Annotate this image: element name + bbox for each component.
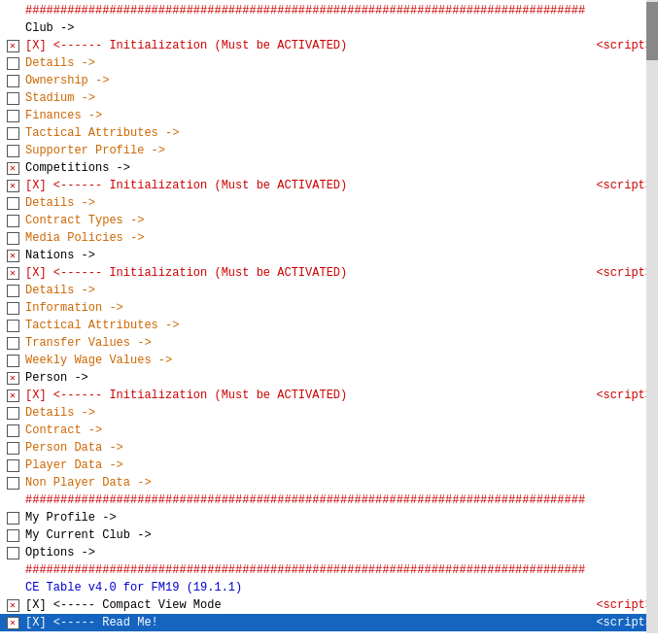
- list-item-nations-tactical: Tactical Attributes ->: [0, 317, 658, 334]
- checkbox-read-me[interactable]: [7, 617, 19, 629]
- row-text-nations-info: Information ->: [23, 301, 656, 315]
- checkbox-person-details[interactable]: [7, 407, 19, 420]
- row-text-read-me: [X] <----- Read Me!: [23, 616, 596, 629]
- content-area: ########################################…: [0, 0, 658, 633]
- checkbox-person-init[interactable]: [7, 390, 19, 402]
- checkbox-club-init[interactable]: [7, 40, 19, 52]
- checkbox-nations-details[interactable]: [7, 285, 19, 297]
- row-text-my-profile: My Profile ->: [23, 511, 656, 525]
- row-text-nations-init: [X] <------ Initialization (Must be ACTI…: [23, 266, 596, 280]
- checkbox-my-current-club[interactable]: [7, 529, 19, 542]
- list-item-my-profile: My Profile ->: [0, 509, 658, 526]
- list-item-comp-init: [X] <------ Initialization (Must be ACTI…: [0, 177, 658, 194]
- checkbox-club-details[interactable]: [7, 57, 19, 70]
- checkbox-cell-compact-view: [2, 599, 23, 612]
- list-item-nations-info: Information ->: [0, 299, 658, 317]
- checkbox-cell-person-header: [2, 372, 23, 385]
- row-text-comp-init: [X] <------ Initialization (Must be ACTI…: [23, 179, 596, 192]
- checkbox-cell-comp-init: [2, 180, 23, 192]
- row-text-club-finances: Finances ->: [23, 109, 656, 122]
- list-item-person-contract: Contract ->: [0, 422, 658, 439]
- checkbox-cell-nations-header: [2, 250, 23, 262]
- checkbox-cell-club-init: [2, 40, 23, 52]
- row-text-comp-media-policies: Media Policies ->: [23, 231, 656, 245]
- checkbox-nations-weekly[interactable]: [7, 355, 19, 367]
- checkbox-club-finances[interactable]: [7, 110, 19, 122]
- scrollbar-thumb[interactable]: [646, 2, 658, 60]
- list-item-competitions-header: Competitions ->: [0, 159, 658, 177]
- checkbox-comp-init[interactable]: [7, 180, 19, 192]
- checkbox-cell-read-me: [2, 617, 23, 629]
- row-text-person-details: Details ->: [23, 406, 656, 420]
- row-text-club-stadium: Stadium ->: [23, 91, 656, 105]
- checkbox-club-tactical[interactable]: [7, 127, 19, 140]
- row-text-person-data: Person Data ->: [23, 441, 656, 455]
- checkbox-player-data[interactable]: [7, 459, 19, 472]
- list-item-compact-view: [X] <----- Compact View Mode<script>: [0, 596, 658, 614]
- checkbox-nations-tactical[interactable]: [7, 320, 19, 332]
- checkbox-cell-nations-tactical: [2, 320, 23, 332]
- checkbox-cell-nonplayer-data: [2, 477, 23, 490]
- checkbox-cell-person-data: [2, 442, 23, 455]
- checkbox-comp-details[interactable]: [7, 197, 19, 210]
- list-item-club-stadium: Stadium ->: [0, 89, 658, 107]
- row-text-nations-details: Details ->: [23, 284, 656, 297]
- checkbox-cell-nations-init: [2, 267, 23, 280]
- checkbox-nations-transfer[interactable]: [7, 337, 19, 350]
- scrollbar[interactable]: [646, 0, 658, 633]
- checkbox-person-header[interactable]: [7, 372, 19, 385]
- row-text-club-tactical: Tactical Attributes ->: [23, 126, 656, 140]
- checkbox-cell-competitions-header: [2, 162, 23, 175]
- checkbox-person-data[interactable]: [7, 442, 19, 455]
- checkbox-cell-comp-media-policies: [2, 232, 23, 245]
- checkbox-nations-header[interactable]: [7, 250, 19, 262]
- row-text-nations-transfer: Transfer Values ->: [23, 336, 656, 350]
- list-item-nations-init: [X] <------ Initialization (Must be ACTI…: [0, 264, 658, 282]
- list-item-read-me: [X] <----- Read Me!<script>: [0, 614, 658, 631]
- checkbox-my-profile[interactable]: [7, 512, 19, 525]
- checkbox-comp-media-policies[interactable]: [7, 232, 19, 245]
- list-item-club-supporter: Supporter Profile ->: [0, 142, 658, 159]
- row-text-compact-view: [X] <----- Compact View Mode: [23, 598, 596, 612]
- checkbox-nonplayer-data[interactable]: [7, 477, 19, 490]
- list-item-club-finances: Finances ->: [0, 107, 658, 124]
- checkbox-nations-init[interactable]: [7, 267, 19, 280]
- checkbox-compact-view[interactable]: [7, 599, 19, 612]
- row-text-club-ownership: Ownership ->: [23, 74, 656, 87]
- list-item-club-ownership: Ownership ->: [0, 72, 658, 89]
- checkbox-cell-nations-weekly: [2, 355, 23, 367]
- checkbox-nations-info[interactable]: [7, 302, 19, 315]
- list-item-nonplayer-data: Non Player Data ->: [0, 474, 658, 491]
- checkbox-club-supporter[interactable]: [7, 145, 19, 157]
- list-container: ########################################…: [0, 0, 658, 633]
- checkbox-cell-club-stadium: [2, 92, 23, 105]
- list-item-my-current-club: My Current Club ->: [0, 526, 658, 544]
- checkbox-cell-club-supporter: [2, 145, 23, 157]
- checkbox-cell-person-init: [2, 390, 23, 402]
- row-text-separator3: ########################################…: [23, 563, 656, 577]
- list-item-ce-table: CE Table v4.0 for FM19 (19.1.1): [0, 579, 658, 596]
- checkbox-cell-options: [2, 547, 23, 559]
- list-item-player-data: Player Data ->: [0, 457, 658, 474]
- row-text-club-header: Club ->: [23, 21, 656, 35]
- row-text-player-data: Player Data ->: [23, 458, 656, 472]
- list-item-person-details: Details ->: [0, 404, 658, 422]
- list-item-club-header: Club ->: [0, 19, 658, 37]
- checkbox-competitions-header[interactable]: [7, 162, 19, 175]
- list-item-nations-weekly: Weekly Wage Values ->: [0, 352, 658, 369]
- list-item-comp-contract-types: Contract Types ->: [0, 212, 658, 229]
- checkbox-options[interactable]: [7, 547, 19, 559]
- list-item-separator3: ########################################…: [0, 561, 658, 579]
- checkbox-club-ownership[interactable]: [7, 75, 19, 87]
- list-item-person-data: Person Data ->: [0, 439, 658, 457]
- checkbox-club-stadium[interactable]: [7, 92, 19, 105]
- row-text-person-header: Person ->: [23, 371, 656, 385]
- row-text-nonplayer-data: Non Player Data ->: [23, 476, 656, 490]
- checkbox-person-contract[interactable]: [7, 424, 19, 437]
- row-text-person-init: [X] <------ Initialization (Must be ACTI…: [23, 389, 596, 402]
- checkbox-comp-contract-types[interactable]: [7, 215, 19, 227]
- list-item-options: Options ->: [0, 544, 658, 561]
- list-item-club-details: Details ->: [0, 54, 658, 72]
- row-text-ce-table: CE Table v4.0 for FM19 (19.1.1): [23, 581, 656, 594]
- list-item-person-header: Person ->: [0, 369, 658, 387]
